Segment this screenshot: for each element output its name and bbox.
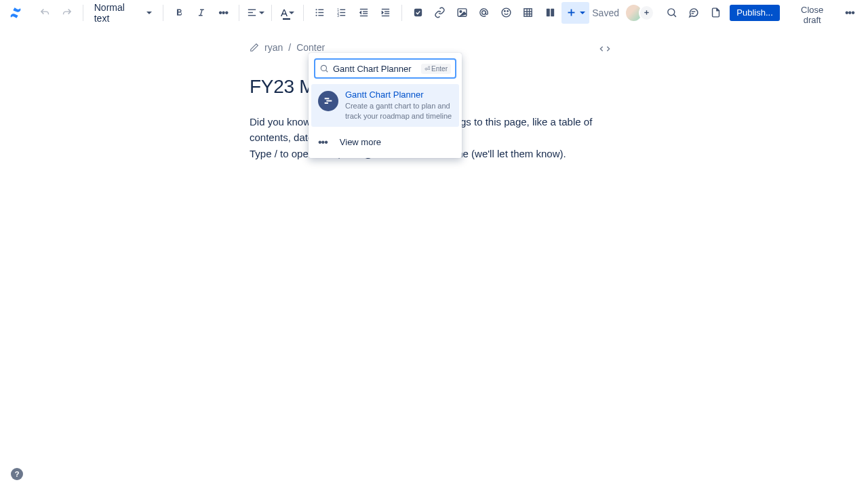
redo-button[interactable] bbox=[56, 2, 77, 24]
outdent-button[interactable] bbox=[353, 2, 374, 24]
gantt-icon bbox=[318, 91, 338, 111]
breadcrumb: ryan / Conter bbox=[250, 42, 868, 53]
svg-point-3 bbox=[315, 9, 317, 10]
svg-rect-49 bbox=[325, 102, 328, 104]
dots-icon: ••• bbox=[318, 136, 328, 149]
bullet-list-button[interactable] bbox=[309, 2, 330, 24]
svg-rect-36 bbox=[551, 9, 554, 16]
svg-point-28 bbox=[504, 11, 505, 12]
numbered-list-button[interactable]: 123 bbox=[332, 2, 352, 24]
svg-point-5 bbox=[315, 12, 317, 13]
svg-rect-23 bbox=[414, 9, 422, 16]
svg-point-41 bbox=[667, 9, 674, 16]
search-icon bbox=[319, 64, 329, 73]
confluence-logo[interactable] bbox=[8, 5, 24, 21]
chevron-down-icon bbox=[289, 12, 294, 14]
breadcrumb-page[interactable]: Conter bbox=[296, 42, 325, 53]
svg-rect-12 bbox=[340, 12, 346, 13]
svg-point-29 bbox=[507, 11, 508, 12]
svg-rect-10 bbox=[340, 9, 346, 10]
bold-button[interactable] bbox=[169, 2, 189, 24]
macro-search-box[interactable]: ⏎ Enter bbox=[314, 58, 456, 79]
svg-line-42 bbox=[673, 14, 676, 17]
italic-button[interactable] bbox=[191, 2, 211, 24]
saved-status: Saved bbox=[592, 7, 619, 18]
layouts-button[interactable] bbox=[540, 2, 560, 24]
svg-line-46 bbox=[326, 70, 328, 72]
svg-rect-6 bbox=[318, 12, 323, 13]
dots-icon: ••• bbox=[218, 7, 228, 19]
divider bbox=[83, 5, 83, 21]
link-button[interactable] bbox=[429, 2, 450, 24]
macro-search-input[interactable] bbox=[333, 64, 417, 74]
svg-rect-4 bbox=[318, 9, 323, 10]
svg-point-27 bbox=[502, 8, 511, 17]
chevron-down-icon bbox=[580, 12, 585, 14]
table-button[interactable] bbox=[517, 2, 538, 24]
align-button[interactable] bbox=[245, 2, 265, 24]
mention-button[interactable] bbox=[473, 2, 494, 24]
comments-button[interactable] bbox=[683, 2, 703, 24]
divider bbox=[303, 5, 304, 21]
svg-rect-48 bbox=[326, 100, 332, 102]
help-button[interactable]: ? bbox=[11, 468, 23, 480]
plus-icon bbox=[566, 7, 577, 18]
page-width-toggle[interactable] bbox=[599, 45, 610, 55]
more-formatting-button[interactable]: ••• bbox=[213, 2, 233, 24]
divider bbox=[239, 5, 239, 21]
enter-hint: ⏎ Enter bbox=[421, 64, 451, 74]
action-item-button[interactable] bbox=[408, 2, 428, 24]
view-changes-button[interactable] bbox=[705, 2, 726, 24]
svg-text:3: 3 bbox=[338, 14, 340, 18]
divider bbox=[401, 5, 402, 21]
return-icon: ⏎ bbox=[425, 65, 430, 73]
breadcrumb-user[interactable]: ryan bbox=[264, 42, 283, 53]
chevron-down-icon bbox=[259, 12, 264, 14]
divider bbox=[163, 5, 163, 21]
svg-point-7 bbox=[315, 15, 317, 16]
text-style-label: Normal text bbox=[94, 2, 140, 24]
breadcrumb-separator: / bbox=[288, 42, 291, 53]
svg-rect-14 bbox=[340, 15, 346, 16]
svg-point-26 bbox=[482, 11, 486, 15]
svg-rect-8 bbox=[318, 15, 323, 16]
insert-popup: ⏎ Enter Gantt Chart Planner Create a gan… bbox=[309, 53, 462, 158]
search-result-item[interactable]: Gantt Chart Planner Create a gantt chart… bbox=[311, 84, 459, 127]
publish-button[interactable]: Publish... bbox=[730, 5, 779, 21]
text-style-dropdown[interactable]: Normal text bbox=[89, 2, 157, 24]
dots-icon: ••• bbox=[845, 7, 854, 19]
edit-icon bbox=[250, 43, 259, 52]
svg-rect-47 bbox=[325, 98, 330, 99]
close-draft-button[interactable]: Close draft bbox=[787, 5, 838, 21]
text-color-button[interactable]: A bbox=[277, 2, 298, 24]
emoji-button[interactable] bbox=[496, 2, 516, 24]
add-user-button[interactable] bbox=[639, 5, 654, 21]
indent-button[interactable] bbox=[376, 2, 396, 24]
result-description: Create a gantt chart to plan and track y… bbox=[345, 101, 452, 121]
svg-rect-30 bbox=[524, 9, 532, 16]
view-more-label: View more bbox=[340, 137, 381, 147]
result-title: Gantt Chart Planner bbox=[345, 90, 452, 100]
svg-rect-35 bbox=[546, 9, 549, 16]
undo-button[interactable] bbox=[35, 2, 55, 24]
insert-button[interactable] bbox=[561, 2, 589, 24]
find-replace-button[interactable] bbox=[661, 2, 682, 24]
toolbar: Normal text ••• A 123 bbox=[0, 0, 868, 26]
more-actions-button[interactable]: ••• bbox=[840, 2, 860, 24]
svg-point-45 bbox=[321, 65, 326, 71]
image-button[interactable] bbox=[452, 2, 472, 24]
divider bbox=[271, 5, 272, 21]
view-more-button[interactable]: ••• View more bbox=[309, 130, 462, 155]
chevron-down-icon bbox=[146, 12, 152, 14]
svg-point-25 bbox=[460, 11, 462, 13]
